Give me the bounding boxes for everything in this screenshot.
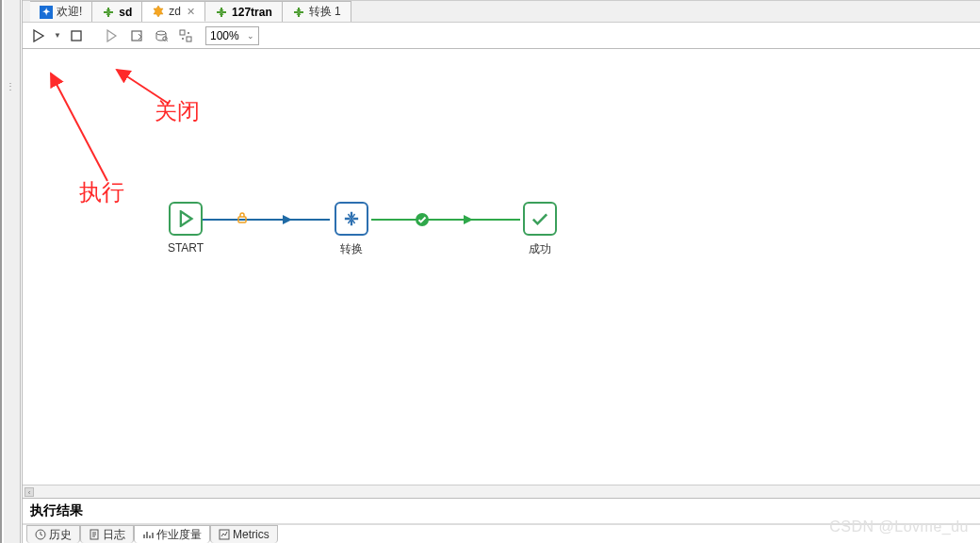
node-transform[interactable]: 转换 xyxy=(330,202,373,257)
transformation-icon xyxy=(292,6,305,19)
run-button[interactable] xyxy=(28,25,49,46)
results-tab-history[interactable]: 历史 xyxy=(26,525,80,543)
tab-transform1[interactable]: 转换 1 xyxy=(283,1,351,22)
zoom-select[interactable]: 100% ⌄ xyxy=(205,26,259,45)
tab-label: 127tran xyxy=(232,6,272,19)
results-tab-metrics[interactable]: Metrics xyxy=(210,525,278,543)
tab-label: 转换 1 xyxy=(309,4,341,20)
node-success[interactable]: 成功 xyxy=(518,202,562,257)
hop-trans-to-success[interactable] xyxy=(371,219,520,221)
check-circle-icon xyxy=(415,212,430,227)
transformation-icon xyxy=(102,6,115,19)
svg-rect-0 xyxy=(72,31,81,41)
stop-button[interactable] xyxy=(66,25,87,46)
node-label: 成功 xyxy=(518,241,562,257)
svg-point-6 xyxy=(182,38,184,40)
tab-127tran[interactable]: 127tran xyxy=(205,1,283,22)
chart-icon xyxy=(219,529,230,540)
tab-sd[interactable]: sd xyxy=(92,1,142,22)
results-tab-log[interactable]: 日志 xyxy=(80,525,134,543)
node-start[interactable]: START xyxy=(164,202,207,255)
tab-welcome[interactable]: ✦ 欢迎! xyxy=(30,1,92,22)
svg-point-7 xyxy=(188,32,189,34)
welcome-icon: ✦ xyxy=(40,6,53,19)
lock-icon xyxy=(236,211,249,224)
hop-arrow-icon xyxy=(464,215,473,224)
play-icon xyxy=(177,210,194,227)
annotation-run-label: 执行 xyxy=(79,177,124,207)
analyze-button[interactable] xyxy=(175,25,196,46)
svg-rect-4 xyxy=(180,30,185,35)
transformation-icon xyxy=(215,6,228,19)
editor-tabbar: ✦ 欢迎! sd zd ✕ 127tran xyxy=(23,0,980,23)
job-icon xyxy=(152,5,165,18)
close-icon[interactable]: ✕ xyxy=(185,6,195,18)
results-tab-label: 历史 xyxy=(49,527,72,543)
results-tab-label: Metrics xyxy=(233,528,270,541)
workflow-canvas[interactable]: 执行 关闭 START xyxy=(23,49,980,498)
tab-zd[interactable]: zd ✕ xyxy=(142,1,205,22)
results-tab-label: 日志 xyxy=(103,527,125,543)
horizontal-scrollbar[interactable]: ‹ xyxy=(23,485,980,498)
left-gutter-decoration: ⋮ xyxy=(6,81,15,91)
svg-rect-10 xyxy=(238,217,246,222)
svg-point-2 xyxy=(156,31,166,35)
watermark: CSDN @Lovme_du xyxy=(829,518,969,535)
tab-label: sd xyxy=(119,6,132,19)
scroll-left-icon[interactable]: ‹ xyxy=(24,487,34,497)
tab-label: 欢迎! xyxy=(57,4,82,20)
zoom-value: 100% xyxy=(210,29,239,42)
svg-rect-5 xyxy=(187,37,191,41)
chevron-down-icon: ⌄ xyxy=(247,31,254,41)
document-icon xyxy=(89,529,100,540)
canvas-toolbar: ▼ 100% ⌄ xyxy=(23,23,980,49)
tab-label: zd xyxy=(169,5,181,18)
node-label: START xyxy=(164,241,207,255)
node-label: 转换 xyxy=(330,241,373,257)
results-tab-job-metrics[interactable]: 作业度量 xyxy=(134,525,210,543)
hop-start-to-trans[interactable] xyxy=(196,219,330,221)
transformation-icon xyxy=(342,209,361,228)
results-tab-label: 作业度量 xyxy=(156,527,202,543)
debug-button[interactable] xyxy=(126,25,147,46)
run-dropdown-caret[interactable]: ▼ xyxy=(53,31,62,40)
hop-arrow-icon xyxy=(283,215,292,224)
annotation-stop-label: 关闭 xyxy=(155,96,200,126)
clock-icon xyxy=(35,529,46,540)
sql-button[interactable] xyxy=(151,25,172,46)
check-icon xyxy=(531,209,549,228)
metrics-icon xyxy=(142,529,154,540)
preview-button[interactable] xyxy=(102,25,122,46)
